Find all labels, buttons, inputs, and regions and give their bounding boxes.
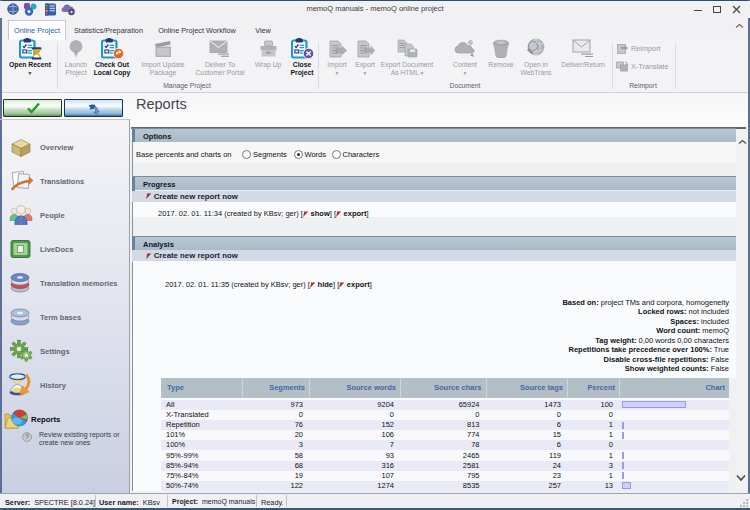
svg-text:?: ?: [25, 433, 29, 440]
